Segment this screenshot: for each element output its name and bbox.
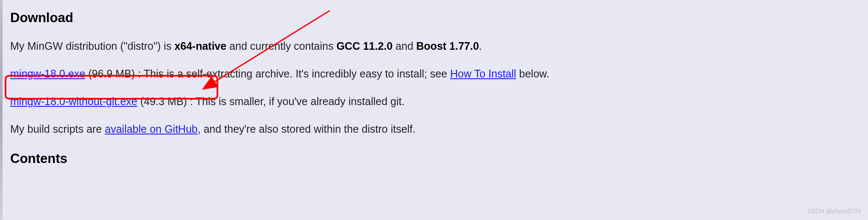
- download-nogit-paragraph: mingw-18.0-without-git.exe (49.3 MB) : T…: [10, 94, 858, 109]
- intro-text-mid2: and: [393, 40, 417, 52]
- download-heading: Download: [10, 9, 858, 27]
- build-scripts-paragraph: My build scripts are available on GitHub…: [10, 122, 858, 137]
- intro-text-prefix: My MinGW distribution ("distro") is: [10, 40, 174, 52]
- mingw-nogit-download-link[interactable]: mingw-18.0-without-git.exe: [10, 95, 137, 107]
- left-edge-decoration: [0, 0, 3, 220]
- build-scripts-prefix: My build scripts are: [10, 123, 105, 135]
- intro-text-suffix: .: [479, 40, 482, 52]
- contents-heading: Contents: [10, 149, 858, 168]
- intro-native-bold: x64-native: [174, 40, 226, 52]
- download-main-paragraph: mingw-18.0.exe (96.9 MB) : This is a sel…: [10, 66, 858, 81]
- mingw-nogit-size-text: (49.3 MB) :: [137, 95, 196, 107]
- build-scripts-suffix: , and they're also stored within the dis…: [198, 123, 416, 135]
- mingw-desc-text: This is a self-extracting archive. It's …: [144, 68, 450, 80]
- watermark-text: CSDN @zhenz0729: [808, 207, 861, 216]
- intro-boost-bold: Boost 1.77.0: [416, 40, 479, 52]
- intro-gcc-bold: GCC 11.2.0: [337, 40, 393, 52]
- intro-text-mid1: and currently contains: [226, 40, 336, 52]
- mingw-size-text: (96.9 MB) :: [85, 68, 143, 80]
- mingw-nogit-desc-text: This is smaller, if you've already insta…: [196, 95, 405, 107]
- intro-paragraph: My MinGW distribution ("distro") is x64-…: [10, 39, 858, 54]
- github-link[interactable]: available on GitHub: [105, 123, 197, 135]
- mingw-after-text: below.: [516, 68, 549, 80]
- how-to-install-link[interactable]: How To Install: [450, 68, 516, 80]
- mingw-download-link[interactable]: mingw-18.0.exe: [10, 68, 85, 80]
